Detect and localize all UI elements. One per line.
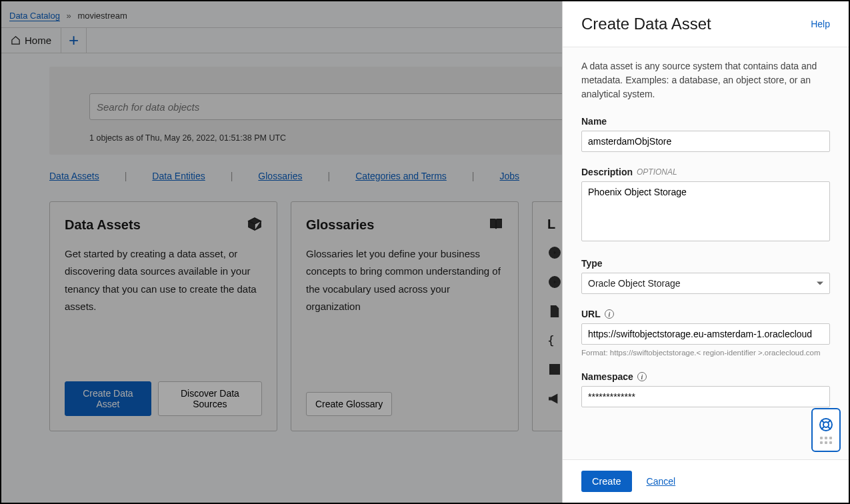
namespace-field[interactable]	[581, 386, 830, 407]
type-select[interactable]: Oracle Object Storage	[581, 273, 830, 294]
url-field[interactable]	[581, 323, 830, 345]
drag-handle-icon	[820, 437, 832, 444]
name-field[interactable]	[581, 131, 830, 152]
type-label: Type	[581, 258, 830, 269]
description-label: Description OPTIONAL	[581, 167, 830, 177]
panel-title: Create Data Asset	[581, 15, 711, 33]
create-button[interactable]: Create	[581, 471, 632, 492]
description-field[interactable]	[581, 181, 830, 241]
info-icon[interactable]: i	[605, 309, 614, 319]
namespace-label: Namespace i	[581, 371, 830, 382]
floating-help-button[interactable]	[811, 408, 841, 452]
lifebuoy-icon	[818, 417, 834, 433]
cancel-link[interactable]: Cancel	[647, 476, 676, 487]
info-icon[interactable]: i	[637, 372, 647, 381]
panel-help-link[interactable]: Help	[811, 19, 830, 29]
create-data-asset-panel: Create Data Asset Help A data asset is a…	[562, 1, 849, 503]
panel-intro: A data asset is any source system that c…	[581, 59, 830, 101]
url-label: URL i	[581, 309, 830, 319]
name-label: Name	[581, 116, 830, 127]
svg-point-4	[823, 422, 829, 427]
url-hint: Format: https://swiftobjectstorage.< reg…	[581, 349, 830, 357]
